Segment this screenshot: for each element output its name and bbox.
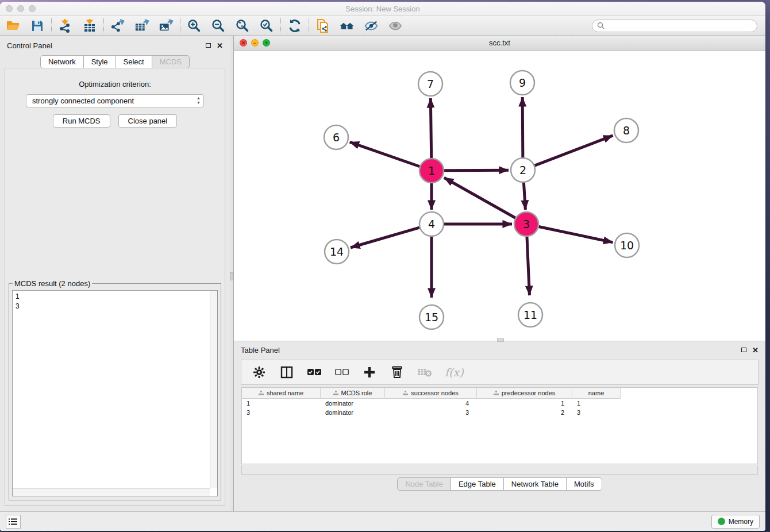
column-header-shared-name[interactable]: shared name [242,388,321,399]
close-panel-button[interactable]: Close panel [118,114,178,128]
hide-selected-icon[interactable] [364,18,379,33]
tab-edge-table[interactable]: Edge Table [451,477,504,491]
table-cell[interactable]: 1 [242,399,321,408]
zoom-in-icon[interactable] [187,18,202,33]
column-label: successor nodes [411,390,459,396]
delete-column-icon[interactable] [390,365,405,380]
toolbar-separator [280,18,281,33]
tab-select[interactable]: Select [116,55,152,68]
save-session-icon[interactable] [30,18,45,33]
criterion-select[interactable]: strongly connected component ▲▼ [26,94,204,107]
close-panel-icon[interactable]: ✕ [217,42,223,49]
vertical-splitter[interactable] [230,36,233,511]
toolbar-separator [180,18,180,33]
table-body: 1dominator4113dominator323 [242,399,757,417]
close-panel-icon[interactable]: ✕ [752,346,759,354]
status-bar: Memory [0,511,765,531]
open-session-icon[interactable] [6,18,21,33]
network-canvas[interactable]: 7968124314101511 [234,51,765,341]
duplicate-network-icon[interactable] [315,18,330,33]
edge-2-8[interactable] [535,136,613,165]
tab-motifs[interactable]: Motifs [566,477,602,491]
table-cell[interactable]: dominator [321,408,385,417]
toolbar-separator [309,18,309,33]
tab-network[interactable]: Network [40,55,84,68]
show-all-icon[interactable] [388,18,403,33]
import-table-icon[interactable] [82,18,97,33]
table-row[interactable]: 1dominator411 [242,399,757,408]
node-label-11: 11 [523,309,537,321]
hierarchy-icon [333,391,338,395]
table-cell[interactable]: 3 [572,408,621,417]
task-history-button[interactable] [6,515,21,529]
table-cell[interactable]: 3 [385,408,477,417]
node-label-10: 10 [620,239,634,252]
zoom-selected-icon[interactable] [259,18,274,33]
node-label-15: 15 [425,311,438,323]
table-cell[interactable]: 2 [477,408,572,417]
import-network-icon[interactable] [58,18,73,33]
delete-table-icon[interactable] [417,365,432,380]
column-label: name [588,390,605,396]
tab-style[interactable]: Style [83,55,116,68]
run-mcds-button[interactable]: Run MCDS [53,114,110,128]
network-window-titlebar: ✕ − + scc.txt [234,36,765,51]
select-all-icon[interactable] [307,365,322,380]
export-network-icon[interactable] [110,18,125,33]
zoom-fit-icon[interactable] [235,18,250,33]
toolbar-separator [103,18,104,33]
column-header-MCDS-role[interactable]: MCDS role [321,388,385,399]
table-cell[interactable]: 3 [242,408,321,417]
network-home-icon[interactable] [340,18,355,33]
table-cell[interactable]: 1 [477,399,572,408]
table-row[interactable]: 3dominator323 [242,408,757,417]
column-label: shared name [267,390,303,396]
result-vertical-scrollbar[interactable] [210,291,217,488]
edge-1-6[interactable] [350,142,420,166]
tab-mcds[interactable]: MCDS [152,55,190,68]
table-horizontal-scrollbar[interactable] [241,465,758,475]
table-cell[interactable]: dominator [321,399,385,408]
control-panel-tabs: NetworkStyleSelectMCDS [0,55,230,68]
splitter-handle[interactable] [230,272,233,280]
edge-1-7[interactable] [430,98,431,158]
mcds-panel: Optimization criterion: strongly connect… [5,68,225,506]
edge-2-3[interactable] [523,183,525,210]
criterion-value: strongly connected component [32,97,134,105]
tab-node-table[interactable]: Node Table [397,477,451,491]
edge-2-9[interactable] [522,97,523,157]
float-panel-icon[interactable] [206,43,211,48]
search-input[interactable] [592,20,757,32]
result-horizontal-scrollbar[interactable] [13,488,210,496]
edge-3-1[interactable] [444,178,515,218]
export-table-icon[interactable] [134,18,149,33]
column-header-name[interactable]: name [572,388,621,399]
edge-3-11[interactable] [527,237,530,295]
edge-1-2[interactable] [444,170,509,171]
node-table[interactable]: shared nameMCDS rolesuccessor nodesprede… [241,387,758,464]
table-cell[interactable]: 1 [572,399,621,408]
float-panel-icon[interactable] [741,348,746,352]
zoom-out-icon[interactable] [211,18,226,33]
node-label-8: 8 [623,124,630,137]
table-cell[interactable]: 4 [385,399,477,408]
add-column-icon[interactable] [362,365,377,380]
main-toolbar [0,16,765,36]
memory-button[interactable]: Memory [711,515,760,529]
network-window-title: scc.txt [234,38,765,47]
splitter-handle[interactable] [497,338,504,342]
edge-4-14[interactable] [351,228,419,248]
export-image-icon[interactable] [159,18,174,33]
deselect-all-icon[interactable] [334,365,349,380]
edge-3-10[interactable] [539,227,613,242]
function-builder-icon[interactable]: f(x) [445,366,464,379]
node-label-9: 9 [519,76,526,89]
toolbar-separator [51,18,52,33]
refresh-layout-icon[interactable] [287,18,302,33]
column-header-successor-nodes[interactable]: successor nodes [385,388,477,399]
settings-gear-icon[interactable] [252,365,267,380]
column-header-predecessor-nodes[interactable]: predecessor nodes [477,388,572,399]
tab-network-table[interactable]: Network Table [503,477,567,491]
split-panel-icon[interactable] [279,365,294,380]
mcds-result-area[interactable]: 1 3 [12,290,218,496]
